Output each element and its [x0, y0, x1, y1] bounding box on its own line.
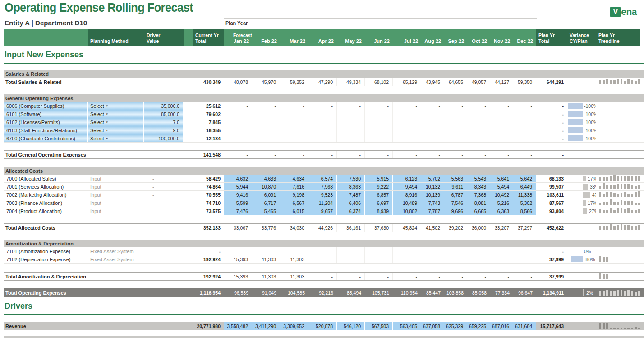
month-cell-jun-22[interactable]: 6,857 — [365, 191, 393, 199]
month-cell-jun-22[interactable]: 6,697 — [365, 199, 393, 207]
month-cell-jun-22: - — [365, 102, 393, 110]
month-cell-jan-22[interactable]: 5,599 — [224, 199, 252, 207]
month-cell-aug-22[interactable]: 10,132 — [421, 183, 444, 190]
driver-value-cell[interactable]: 100,000.0 — [144, 134, 184, 142]
row-label[interactable]: 6101 (Software) — [4, 110, 88, 118]
variance-cell: -80% — [567, 255, 596, 263]
month-cell-dec-22[interactable]: 5,302 — [513, 199, 536, 207]
sparkline-bar — [627, 176, 630, 181]
month-cell-nov-22[interactable]: 687,016 — [490, 322, 513, 330]
month-cell-may-22[interactable]: 546,120 — [337, 322, 365, 330]
month-cell-nov-22[interactable]: 5,641 — [490, 175, 513, 182]
month-cell-oct-22[interactable]: 659,225 — [467, 322, 490, 330]
planning-method-select[interactable]: Select▾ — [88, 110, 144, 118]
driver-value-cell — [144, 151, 184, 158]
month-cell-oct-22[interactable]: 8,081 — [467, 199, 490, 207]
sparkline-bar — [617, 184, 619, 189]
row-spacer — [4, 86, 644, 94]
month-cell-jan-22[interactable]: 3,558,482 — [224, 322, 252, 330]
month-cell-may-22[interactable]: 8,363 — [337, 183, 365, 190]
month-cell-jun-22[interactable]: 9,222 — [365, 183, 393, 190]
month-cell-mar-22[interactable]: 9,198 — [280, 191, 308, 199]
month-cell-nov-22: 77,334 — [490, 288, 513, 297]
month-cell-jul-22[interactable]: 6,123 — [393, 175, 421, 182]
sparkline-bar — [606, 177, 608, 181]
row-label[interactable]: 6006 (Computer Supplies) — [4, 102, 88, 110]
month-cell-oct-22[interactable]: 7,368 — [467, 191, 490, 199]
month-cell-jan-22[interactable]: 7,476 — [224, 207, 252, 215]
month-cell-jul-22[interactable]: 10,489 — [393, 199, 421, 207]
row-label[interactable]: 6700 (Charitable Contributions) — [4, 134, 88, 142]
month-cell-feb-22[interactable]: 5,465 — [252, 207, 280, 215]
month-cell-sep-22[interactable]: 9,696 — [444, 207, 467, 215]
month-cell-apr-22[interactable]: 520,878 — [308, 322, 337, 330]
month-cell-mar-22[interactable]: 3,309,652 — [280, 322, 308, 330]
month-cell-feb-22[interactable]: 10,870 — [252, 183, 280, 190]
month-cell-sep-22[interactable]: 625,329 — [444, 322, 467, 330]
month-cell-sep-22[interactable]: 9,611 — [444, 183, 467, 190]
month-cell-sep-22[interactable]: 7,546 — [444, 199, 467, 207]
month-cell-aug-22[interactable]: 5,702 — [421, 175, 444, 182]
month-cell-may-22[interactable]: 6,406 — [337, 199, 365, 207]
row-label[interactable]: 6103 (Staff Functions/Relations) — [4, 126, 88, 134]
month-cell-nov-22[interactable]: 10,492 — [490, 191, 513, 199]
driver-value-cell[interactable]: 7.0 — [144, 118, 184, 126]
month-cell-apr-22[interactable]: 9,523 — [308, 191, 337, 199]
driver-value-cell[interactable]: 85,000.0 — [144, 110, 184, 118]
month-cell-nov-22[interactable]: 5,494 — [490, 183, 513, 190]
month-cell-jun-22[interactable]: 567,503 — [365, 322, 393, 330]
month-cell-dec-22[interactable]: 631,684 — [513, 322, 536, 330]
month-cell-aug-22[interactable]: 7,787 — [421, 207, 444, 215]
month-cell-apr-22[interactable]: 11,204 — [308, 199, 337, 207]
month-cell-apr-22[interactable]: 9,657 — [308, 207, 337, 215]
month-cell-feb-22[interactable]: 6,091 — [252, 191, 280, 199]
month-cell-mar-22[interactable]: 4,634 — [280, 175, 308, 182]
header-gap — [184, 29, 193, 46]
current-yr-total-cell: 74,864 — [193, 183, 224, 190]
month-cell-feb-22[interactable]: 6,717 — [252, 199, 280, 207]
month-cell-sep-22[interactable]: 6,787 — [444, 191, 467, 199]
month-cell-feb-22[interactable]: 3,411,290 — [252, 322, 280, 330]
month-cell-jun-22: - — [365, 273, 393, 280]
month-cell-jan-22[interactable]: 4,632 — [224, 175, 252, 182]
month-cell-sep-22[interactable]: 5,563 — [444, 175, 467, 182]
month-cell-oct-22[interactable]: 6,665 — [467, 207, 490, 215]
row-label[interactable]: 6102 (Licenses/Permits) — [4, 118, 88, 126]
month-cell-nov-22[interactable]: 6,363 — [490, 207, 513, 215]
month-cell-apr-22[interactable]: 6,574 — [308, 175, 337, 182]
month-cell-jul-22[interactable]: 563,405 — [393, 322, 421, 330]
month-cell-may-22[interactable]: 7,487 — [337, 191, 365, 199]
month-cell-may-22: 49,334 — [337, 78, 365, 86]
driver-value-cell[interactable]: 9.0 — [144, 126, 184, 134]
month-cell-jun-22[interactable]: 8,939 — [365, 207, 393, 215]
month-cell-dec-22[interactable]: 5,642 — [513, 175, 536, 182]
month-cell-jul-22[interactable]: 9,494 — [393, 183, 421, 190]
month-cell-dec-22[interactable]: 6,449 — [513, 183, 536, 190]
month-cell-jul-22: - — [393, 134, 421, 142]
month-cell-nov-22[interactable]: 5,216 — [490, 199, 513, 207]
month-cell-jan-22[interactable]: 9,416 — [224, 191, 252, 199]
month-cell-may-22[interactable]: 6,374 — [337, 207, 365, 215]
month-cell-mar-22[interactable]: 6,567 — [280, 199, 308, 207]
month-cell-may-22[interactable]: 7,530 — [337, 175, 365, 182]
month-cell-aug-22[interactable]: 7,743 — [421, 199, 444, 207]
month-cell-jul-22[interactable]: 10,802 — [393, 207, 421, 215]
planning-method-select[interactable]: Select▾ — [88, 118, 144, 126]
month-cell-jun-22[interactable]: 5,915 — [365, 175, 393, 182]
month-cell-jan-22[interactable]: 5,944 — [224, 183, 252, 190]
month-cell-mar-22[interactable]: 6,015 — [280, 207, 308, 215]
month-cell-dec-22[interactable]: 11,338 — [513, 191, 536, 199]
planning-method-select[interactable]: Select▾ — [88, 126, 144, 134]
driver-value-cell[interactable]: 35,000.0 — [144, 102, 184, 110]
month-cell-aug-22[interactable]: 637,058 — [421, 322, 444, 330]
month-cell-oct-22[interactable]: 8,343 — [467, 183, 490, 190]
month-cell-apr-22[interactable]: 7,968 — [308, 183, 337, 190]
month-cell-feb-22[interactable]: 4,633 — [252, 175, 280, 182]
month-cell-dec-22[interactable]: 8,566 — [513, 207, 536, 215]
month-cell-mar-22[interactable]: 7,616 — [280, 183, 308, 190]
month-cell-aug-22[interactable]: 10,139 — [421, 191, 444, 199]
month-cell-jul-22[interactable]: 8,916 — [393, 191, 421, 199]
month-cell-oct-22[interactable]: 5,543 — [467, 175, 490, 182]
planning-method-select[interactable]: Select▾ — [88, 134, 144, 142]
planning-method-select[interactable]: Select▾ — [88, 102, 144, 110]
